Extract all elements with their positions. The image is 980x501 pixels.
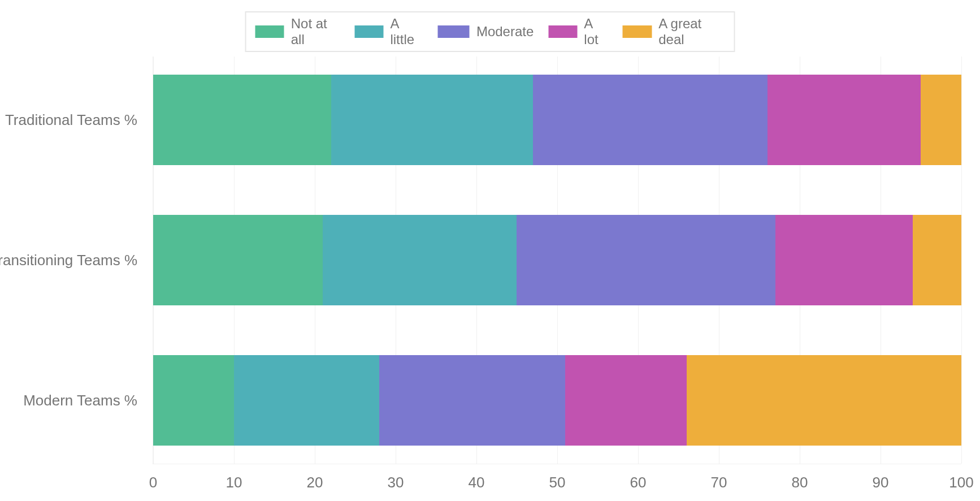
bar-segment: [913, 215, 961, 305]
x-tick-label: 40: [469, 464, 485, 491]
bar-segment: [565, 355, 687, 446]
bar-segment: [687, 355, 961, 446]
legend-swatch: [623, 25, 652, 38]
x-tick-label: 20: [307, 464, 323, 491]
bar-segment: [153, 75, 331, 165]
legend-item: A little: [351, 16, 427, 47]
x-tick-label: 10: [226, 464, 242, 491]
bar-segment: [517, 215, 775, 305]
legend-item: A great deal: [619, 16, 729, 47]
x-tick-label: 50: [549, 464, 566, 491]
legend-item: A lot: [545, 16, 612, 47]
x-tick-label: 60: [630, 464, 647, 491]
x-tick-label: 80: [792, 464, 808, 491]
bar-segment: [921, 75, 961, 165]
x-tick-label: 30: [388, 464, 404, 491]
legend-item: Not at all: [252, 16, 344, 47]
legend-swatch: [548, 25, 577, 38]
chart-container: Not at all A little Moderate A lot A gre…: [0, 0, 980, 501]
bar-row: Transitioning Teams %: [153, 215, 961, 305]
bar-segment: [767, 75, 921, 165]
legend-label: Moderate: [476, 24, 534, 40]
plot-area: 0102030405060708090100Traditional Teams …: [153, 57, 961, 464]
bar-segment: [379, 355, 565, 446]
y-axis-label: Modern Teams %: [23, 392, 153, 409]
legend-swatch: [255, 25, 284, 38]
x-tick-label: 100: [949, 464, 973, 491]
legend: Not at all A little Moderate A lot A gre…: [245, 11, 735, 52]
bar-segment: [533, 75, 767, 165]
bar-segment: [234, 355, 379, 446]
legend-item: Moderate: [435, 24, 537, 40]
bar-segment: [153, 355, 234, 446]
gridline: [961, 57, 962, 464]
bar-segment: [323, 215, 517, 305]
legend-swatch: [354, 25, 383, 38]
y-axis-label: Traditional Teams %: [5, 111, 153, 129]
x-tick-label: 70: [711, 464, 727, 491]
y-axis-label: Transitioning Teams %: [0, 252, 153, 269]
bar-row: Traditional Teams %: [153, 75, 961, 165]
legend-label: Not at all: [291, 16, 340, 47]
bar-segment: [775, 215, 913, 305]
bar-segment: [331, 75, 534, 165]
legend-label: A little: [390, 16, 423, 47]
x-tick-label: 0: [149, 464, 157, 491]
bar-row: Modern Teams %: [153, 355, 961, 446]
x-tick-label: 90: [873, 464, 889, 491]
legend-label: A lot: [584, 16, 608, 47]
bar-segment: [153, 215, 323, 305]
legend-swatch: [438, 25, 470, 38]
legend-label: A great deal: [658, 16, 725, 47]
